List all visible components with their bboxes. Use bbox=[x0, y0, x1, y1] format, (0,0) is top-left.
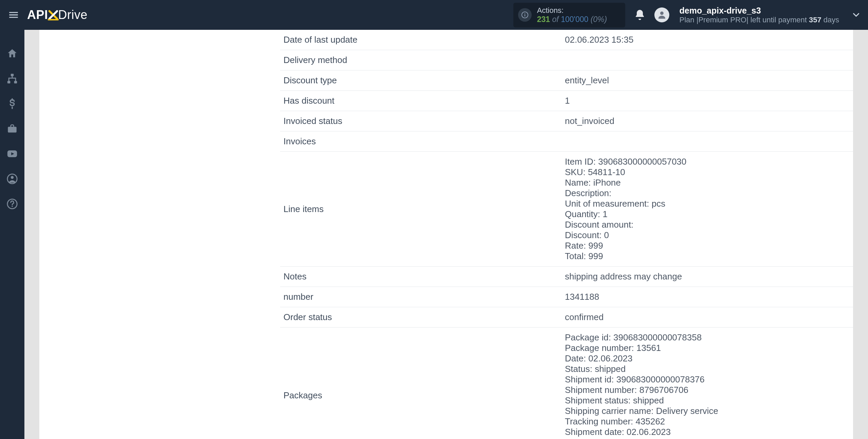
youtube-icon bbox=[6, 148, 18, 160]
field-label: Notes bbox=[283, 271, 565, 282]
svg-point-3 bbox=[660, 12, 664, 15]
row-notes: Notes shipping address may change bbox=[280, 267, 853, 287]
svg-rect-4 bbox=[11, 74, 14, 76]
row-has-discount: Has discount 1 bbox=[280, 91, 853, 111]
actions-used: 231 bbox=[537, 15, 550, 24]
sidebar-billing[interactable] bbox=[5, 97, 19, 110]
row-discount-type: Discount type entity_level bbox=[280, 70, 853, 91]
user-plan-line: Plan |Premium PRO| left until payment 35… bbox=[679, 16, 839, 24]
content-panel: Date of last update 02.06.2023 15:35 Del… bbox=[39, 30, 853, 439]
question-icon bbox=[6, 198, 18, 210]
field-label: Delivery method bbox=[283, 55, 565, 65]
row-line-items: Line items Item ID: 390683000000057030 S… bbox=[280, 152, 853, 267]
avatar[interactable] bbox=[654, 7, 669, 22]
field-label: Line items bbox=[283, 204, 565, 214]
field-value: Package id: 390683000000078358 Package n… bbox=[565, 332, 850, 439]
sitemap-icon bbox=[6, 73, 18, 84]
briefcase-icon bbox=[6, 123, 18, 134]
sidebar-work[interactable] bbox=[5, 122, 19, 135]
field-value: 02.06.2023 15:35 bbox=[565, 35, 850, 45]
logo-x-icon bbox=[47, 9, 59, 21]
user-block[interactable]: demo_apix-drive_s3 Plan |Premium PRO| le… bbox=[679, 6, 839, 24]
field-label: Order status bbox=[283, 312, 565, 322]
main-area: Date of last update 02.06.2023 15:35 Del… bbox=[24, 30, 868, 439]
plan-days: 357 bbox=[809, 16, 822, 24]
row-delivery-method: Delivery method bbox=[280, 50, 853, 70]
field-label: Has discount bbox=[283, 96, 565, 106]
field-value: entity_level bbox=[565, 75, 850, 86]
plan-days-suffix: days bbox=[821, 16, 839, 24]
field-value: 1 bbox=[565, 96, 850, 106]
actions-counter[interactable]: Actions: 231 of 100'000 (0%) bbox=[513, 3, 625, 27]
svg-rect-2 bbox=[525, 13, 525, 14]
field-label: Discount type bbox=[283, 75, 565, 86]
field-value: Item ID: 390683000000057030 SKU: 54811-1… bbox=[565, 156, 850, 262]
svg-point-12 bbox=[12, 206, 13, 207]
user-icon bbox=[657, 10, 667, 20]
user-circle-icon bbox=[6, 173, 18, 185]
dollar-icon bbox=[6, 98, 18, 109]
logo-text: APIDrive bbox=[27, 8, 87, 22]
actions-label: Actions: bbox=[537, 6, 618, 15]
field-label: Packages bbox=[283, 390, 565, 401]
svg-rect-6 bbox=[14, 81, 17, 83]
actions-pct: (0%) bbox=[591, 15, 607, 24]
row-date-last-update: Date of last update 02.06.2023 15:35 bbox=[280, 30, 853, 50]
plan-mid: | left until payment bbox=[746, 16, 809, 24]
sidebar-account[interactable] bbox=[5, 172, 19, 186]
panel-left-spacer bbox=[39, 30, 280, 439]
actions-of: of bbox=[552, 15, 559, 24]
data-panel: Date of last update 02.06.2023 15:35 Del… bbox=[280, 30, 853, 439]
top-bar: APIDrive Actions: 231 of 100'000 (0%) de… bbox=[0, 0, 868, 30]
row-invoiced-status: Invoiced status not_invoiced bbox=[280, 111, 853, 131]
logo[interactable]: APIDrive bbox=[27, 8, 87, 22]
row-packages: Packages Package id: 390683000000078358 … bbox=[280, 328, 853, 439]
sidebar-help[interactable] bbox=[5, 197, 19, 211]
menu-toggle-button[interactable] bbox=[7, 8, 20, 22]
field-label: Invoiced status bbox=[283, 116, 565, 126]
svg-rect-5 bbox=[7, 81, 10, 83]
home-icon bbox=[6, 48, 18, 59]
sidebar-video[interactable] bbox=[5, 147, 19, 161]
sidebar-home[interactable] bbox=[5, 47, 19, 60]
sidebar-connections[interactable] bbox=[5, 72, 19, 85]
info-icon bbox=[518, 8, 532, 22]
bell-icon bbox=[634, 9, 646, 21]
chevron-down-icon[interactable] bbox=[851, 10, 861, 20]
field-value: not_invoiced bbox=[565, 116, 850, 126]
data-grid: Date of last update 02.06.2023 15:35 Del… bbox=[280, 30, 853, 439]
field-label: Date of last update bbox=[283, 35, 565, 45]
svg-point-10 bbox=[11, 176, 14, 179]
field-label: number bbox=[283, 292, 565, 302]
row-order-status: Order status confirmed bbox=[280, 307, 853, 328]
row-invoices: Invoices bbox=[280, 131, 853, 152]
row-number: number 1341188 bbox=[280, 287, 853, 307]
sidebar bbox=[0, 30, 24, 439]
hamburger-icon bbox=[8, 9, 19, 21]
plan-prefix: Plan | bbox=[679, 16, 698, 24]
svg-rect-1 bbox=[525, 14, 525, 16]
field-label: Invoices bbox=[283, 136, 565, 147]
user-name: demo_apix-drive_s3 bbox=[679, 6, 839, 16]
plan-name: Premium PRO bbox=[698, 16, 747, 24]
actions-total: 100'000 bbox=[561, 15, 588, 24]
field-value: confirmed bbox=[565, 312, 850, 322]
svg-rect-7 bbox=[8, 127, 17, 132]
field-value: shipping address may change bbox=[565, 271, 850, 282]
field-value: 1341188 bbox=[565, 292, 850, 302]
actions-numbers: 231 of 100'000 (0%) bbox=[537, 15, 618, 24]
notifications-button[interactable] bbox=[634, 9, 646, 21]
